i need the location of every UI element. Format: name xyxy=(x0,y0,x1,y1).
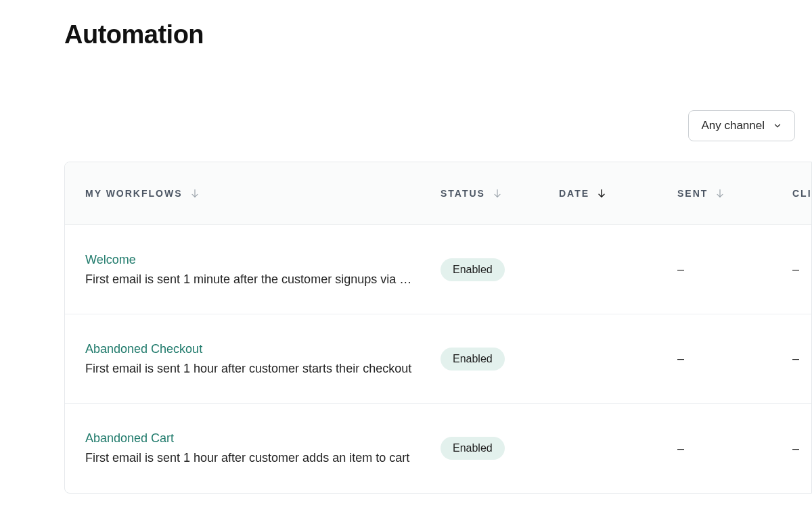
status-badge: Enabled xyxy=(441,437,505,460)
table-row: Abandoned Cart First email is sent 1 hou… xyxy=(65,404,811,493)
column-label: MY WORKFLOWS xyxy=(85,188,183,199)
arrow-down-icon xyxy=(492,188,503,199)
column-header-date[interactable]: DATE xyxy=(559,188,677,199)
click-value: – xyxy=(792,352,799,365)
column-label: CLI xyxy=(792,188,812,199)
column-header-workflows[interactable]: MY WORKFLOWS xyxy=(85,188,441,199)
status-badge: Enabled xyxy=(441,258,505,281)
column-label: DATE xyxy=(559,188,589,199)
page-title: Automation xyxy=(64,20,812,49)
channel-filter-dropdown[interactable]: Any channel xyxy=(688,110,795,141)
workflow-title-link[interactable]: Abandoned Cart xyxy=(85,431,441,446)
column-header-click[interactable]: CLI xyxy=(792,188,812,199)
column-label: SENT xyxy=(677,188,708,199)
column-label: STATUS xyxy=(441,188,485,199)
column-header-sent[interactable]: SENT xyxy=(677,188,792,199)
workflow-title-link[interactable]: Abandoned Checkout xyxy=(85,342,441,356)
channel-filter-label: Any channel xyxy=(701,119,765,133)
chevron-down-icon xyxy=(773,121,782,130)
sent-value: – xyxy=(677,262,684,276)
workflows-table: MY WORKFLOWS STATUS DATE SENT xyxy=(64,162,812,494)
column-header-status[interactable]: STATUS xyxy=(441,188,559,199)
sent-value: – xyxy=(677,352,684,365)
workflow-title-link[interactable]: Welcome xyxy=(85,253,441,267)
arrow-down-icon xyxy=(189,188,200,199)
status-badge: Enabled xyxy=(441,348,505,371)
click-value: – xyxy=(792,262,799,276)
arrow-down-icon xyxy=(715,188,725,199)
workflow-description: First email is sent 1 minute after the c… xyxy=(85,272,420,287)
sent-value: – xyxy=(677,442,684,455)
workflow-description: First email is sent 1 hour after custome… xyxy=(85,451,420,465)
table-row: Welcome First email is sent 1 minute aft… xyxy=(65,225,811,314)
click-value: – xyxy=(792,442,799,455)
workflow-description: First email is sent 1 hour after custome… xyxy=(85,362,420,376)
arrow-down-icon xyxy=(596,188,607,199)
table-header: MY WORKFLOWS STATUS DATE SENT xyxy=(65,162,811,225)
table-row: Abandoned Checkout First email is sent 1… xyxy=(65,314,811,404)
